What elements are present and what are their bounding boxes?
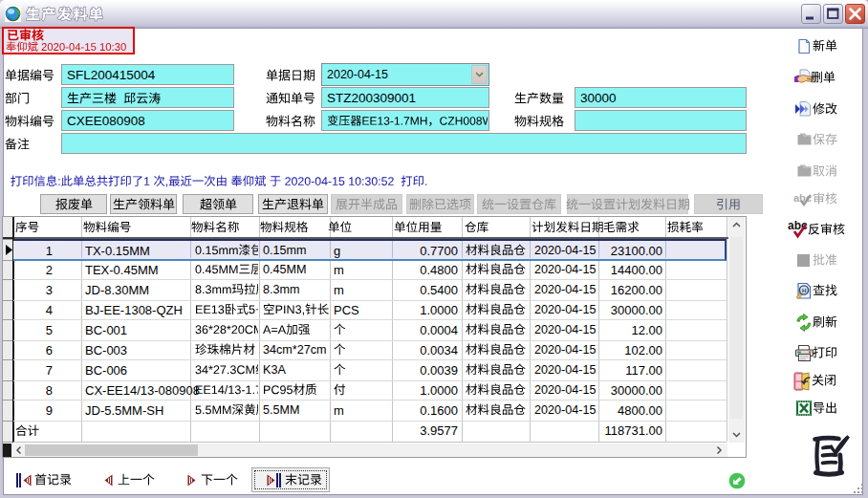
- svg-text:H: H: [802, 288, 806, 293]
